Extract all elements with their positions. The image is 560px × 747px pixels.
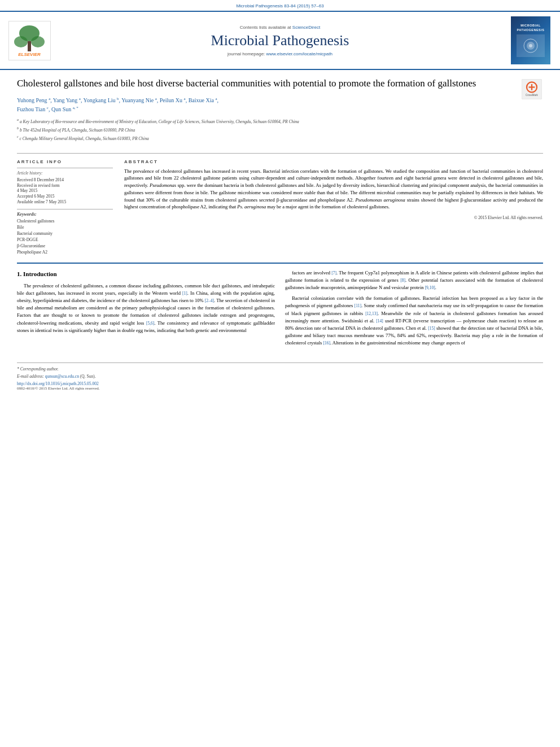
intro-para-1: The prevalence of cholesterol gallstones…	[17, 282, 275, 334]
abstract-panel: ABSTRACT The prevalence of cholesterol g…	[124, 159, 543, 256]
sciencedirect-label: Contents lists available at ScienceDirec…	[58, 25, 502, 30]
main-content: Cholesterol gallstones and bile host div…	[0, 70, 560, 357]
intro-para-3: Bacterial colonization correlate with th…	[285, 295, 543, 347]
corresponding-author-note: * Corresponding author.	[17, 366, 543, 372]
keyword-3: Bacterial community	[17, 231, 113, 236]
svg-point-3	[31, 36, 45, 47]
homepage-link[interactable]: www.elsevier.com/locate/micpath	[266, 51, 333, 56]
journal-header-center: Contents lists available at ScienceDirec…	[58, 25, 502, 56]
received-revised: Received in revised form4 May 2015	[17, 183, 113, 193]
abstract-text: The prevalence of cholesterol gallstones…	[124, 168, 543, 211]
corr-author-label: * Corresponding author.	[17, 366, 59, 372]
keywords-section: Keywords: Cholesterol gallstones Bile Ba…	[17, 209, 113, 255]
abstract-title: ABSTRACT	[124, 159, 543, 164]
email-label: E-mail address:	[17, 374, 44, 379]
email-address[interactable]: qunsun@scu.edu.cn	[45, 374, 79, 379]
article-body: 1. Introduction The prevalence of choles…	[17, 269, 543, 351]
left-column: 1. Introduction The prevalence of choles…	[17, 269, 275, 351]
keyword-1: Cholesterol gallstones	[17, 219, 113, 224]
svg-point-2	[14, 36, 28, 47]
svg-text:CrossMark: CrossMark	[526, 94, 539, 97]
article-title: Cholesterol gallstones and bile host div…	[17, 77, 515, 90]
authors-text: Yuhong Peng a, Yang Yang a, Yongkang Liu…	[17, 97, 218, 112]
article-title-section: Cholesterol gallstones and bile host div…	[17, 77, 543, 148]
keyword-6: Phospholipase A2	[17, 250, 113, 255]
page: Microbial Pathogenesis 83-84 (2015) 57–6…	[0, 0, 560, 747]
intro-title: 1. Introduction	[17, 269, 275, 279]
affiliations: a a Key Laboratory of Bio-resource and B…	[17, 117, 515, 141]
copyright-line: © 2015 Elsevier Ltd. All rights reserved…	[124, 215, 543, 220]
keywords-title: Keywords:	[17, 212, 113, 217]
journal-ref-top: Microbial Pathogenesis 83-84 (2015) 57–6…	[0, 0, 560, 11]
section-divider-thick	[17, 263, 543, 264]
received-revised-text: Received in revised form4 May 2015	[17, 183, 60, 193]
affiliation-a: a a Key Laboratory of Bio-resource and B…	[17, 117, 515, 125]
footer-section: * Corresponding author. E-mail address: …	[17, 362, 543, 391]
crossmark-badge[interactable]: CrossMark	[520, 77, 543, 144]
article-title-block: Cholesterol gallstones and bile host div…	[17, 77, 515, 144]
info-abstract-section: ARTICLE INFO Article history: Received 8…	[17, 153, 543, 256]
available-date: Available online 7 May 2015	[17, 199, 113, 204]
accepted-date: Accepted 6 May 2015	[17, 194, 113, 199]
journal-homepage: journal homepage: www.elsevier.com/locat…	[58, 51, 502, 56]
doi-line[interactable]: http://dx.doi.org/10.1016/j.micpath.2015…	[17, 381, 543, 386]
journal-title: Microbial Pathogenesis	[58, 32, 502, 49]
received-date: Received 8 December 2014	[17, 177, 113, 182]
article-info-title: ARTICLE INFO	[17, 159, 113, 164]
keyword-5: β-Glucuronidase	[17, 243, 113, 248]
history-label: Article history:	[17, 171, 113, 176]
issn-line: 0882-4010/© 2015 Elsevier Ltd. All right…	[17, 386, 543, 391]
article-authors: Yuhong Peng a, Yang Yang a, Yongkang Liu…	[17, 96, 515, 115]
journal-header: ELSEVIER Contents lists available at Sci…	[0, 11, 560, 70]
journal-ref-text: Microbial Pathogenesis 83-84 (2015) 57–6…	[236, 3, 323, 8]
keyword-2: Bile	[17, 225, 113, 230]
affiliation-b: b b The 452nd Hospital of PLA, Chengdu, …	[17, 126, 515, 133]
right-column: factors are involved [7]. The frequent C…	[285, 269, 543, 351]
article-info-panel: ARTICLE INFO Article history: Received 8…	[17, 159, 113, 256]
article-history: Article history: Received 8 December 201…	[17, 168, 113, 204]
intro-para-2: factors are involved [7]. The frequent C…	[285, 269, 543, 292]
svg-point-8	[529, 44, 532, 47]
affiliation-c: c c Chengdu Military General Hospital, C…	[17, 134, 515, 142]
email-note: E-mail address: qunsun@scu.edu.cn (Q. Su…	[17, 374, 543, 379]
svg-text:ELSEVIER: ELSEVIER	[18, 52, 41, 57]
sciencedirect-link[interactable]: ScienceDirect	[292, 25, 320, 30]
svg-rect-4	[28, 41, 31, 51]
keyword-4: PCR-DGGE	[17, 237, 113, 242]
email-suffix: (Q. Sun).	[80, 374, 96, 379]
elsevier-logo: ELSEVIER	[7, 21, 52, 60]
journal-thumbnail: MICROBIALPATHOGENESIS	[508, 16, 553, 64]
